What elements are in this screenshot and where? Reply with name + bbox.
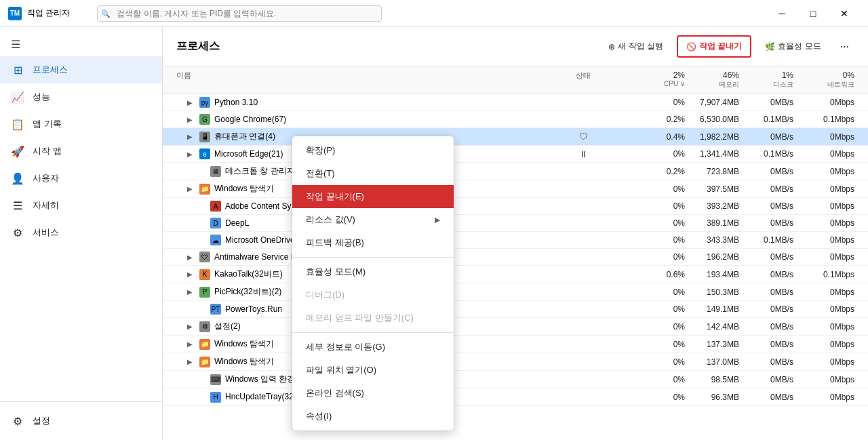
process-memory: 150.3MB [685,287,739,297]
expand-arrow[interactable]: ▶ [187,340,195,348]
process-cpu: 0% [617,340,685,349]
maximize-button[interactable]: □ [797,3,829,24]
table-row[interactable]: ▶ 📱 휴대폰과 연결(4) 🛡 0.4% 1,982.2MB 0MB/s 0M… [163,128,868,146]
process-icon: PT [210,304,221,315]
sidebar-item-settings[interactable]: ⚙ 설정 [0,407,162,435]
process-memory: 193.4MB [685,270,739,279]
hamburger-menu[interactable]: ☰ [0,33,162,56]
sidebar-label-settings: 설정 [33,415,50,427]
sidebar-item-startup[interactable]: 🚀 시작 앱 [0,138,162,165]
process-memory: 149.1MB [685,304,739,314]
close-button[interactable]: ✕ [829,3,860,24]
table-row[interactable]: ▶ 📁 Windows 탐색기 0% 397.5MB 0MB/s 0Mbps [163,180,868,198]
process-name: 🖥 데스크톱 창 관리자 [176,165,549,177]
efficiency-mode-button[interactable]: 🌿 효율성 모드 [757,37,829,56]
process-network: 0Mbps [793,132,854,142]
more-options-button[interactable]: ··· [835,38,854,56]
new-task-button[interactable]: ⊕ 새 작업 실행 [600,37,671,56]
process-network: 0Mbps [793,393,854,402]
process-label: KakaoTalk(32비트) [214,268,283,280]
process-cpu: 0% [617,287,685,297]
expand-arrow[interactable]: ▶ [187,254,195,261]
settings-icon: ⚙ [11,414,24,428]
sidebar-item-processes[interactable]: ⊞ 프로세스 [0,56,162,83]
performance-icon: 📈 [11,90,24,104]
process-label: HncUpdateTray(32비트) [225,391,313,403]
table-row[interactable]: D DeepL 0% 389.1MB 0MB/s 0Mbps [163,215,868,232]
process-icon: D [210,218,221,228]
process-status: ⏸ [549,149,617,159]
table-row[interactable]: ▶ 🛡 Antimalware Service Ex... 0% 196.2MB… [163,249,868,266]
process-name: ▶ e Microsoft Edge(21) [176,148,549,159]
table-row[interactable]: 🖥 데스크톱 창 관리자 0.2% 723.8MB 0MB/s 0Mbps [163,163,868,180]
col-disk[interactable]: 1% 디스크 [739,71,793,89]
sidebar-item-performance[interactable]: 📈 성능 [0,83,162,111]
end-task-label: 작업 끝내기 [699,41,742,52]
table-row[interactable]: ▶ K KakaoTalk(32비트) 0.6% 193.4MB 0MB/s 0… [163,266,868,283]
process-label: Python 3.10 [214,98,258,107]
table-row[interactable]: ▶ G Google Chrome(67) 0.2% 6,530.0MB 0.1… [163,111,868,128]
expand-arrow[interactable]: ▶ [187,271,195,278]
process-name: ▶ 📁 Windows 탐색기 [176,356,549,367]
process-disk: 0MB/s [739,357,793,367]
process-network: 0Mbps [793,252,854,262]
expand-arrow[interactable]: ▶ [187,151,195,158]
process-name: ▶ ⚙ 설정(2) [176,321,549,332]
expand-arrow[interactable]: ▶ [187,99,195,106]
process-icon: G [199,114,210,125]
col-name[interactable]: 이름 [176,71,549,89]
window-controls: ─ □ ✕ [766,3,860,24]
process-disk: 0.1MB/s [739,115,793,124]
app-icon: TM [8,7,22,20]
col-cpu[interactable]: 2% CPU ∨ [617,71,685,89]
expand-arrow[interactable]: ▶ [187,116,195,123]
expand-arrow[interactable]: ▶ [187,185,195,193]
process-icon: K [199,269,210,280]
minimize-button[interactable]: ─ [766,3,797,24]
table-row[interactable]: ▶ 📁 Windows 탐색기 0% 137.3MB 0MB/s 0Mbps [163,336,868,353]
table-row[interactable]: H HncUpdateTray(32비트) 0% 96.3MB 0MB/s 0M… [163,388,868,406]
table-row[interactable]: ⌨ Windows 입력 환경 0% 98.5MB 0MB/s 0Mbps [163,371,868,388]
table-row[interactable]: ☁ Microsoft OneDrive 0% 343.3MB 0.1MB/s … [163,232,868,249]
table-row[interactable]: A Adobe Content Synchr... 0% 393.2MB 0MB… [163,198,868,215]
sidebar-item-details[interactable]: ☰ 자세히 [0,192,162,219]
col-memory[interactable]: 46% 메모리 [685,71,739,89]
sidebar-label-app-history: 앱 기록 [33,118,62,130]
table-row[interactable]: ▶ e Microsoft Edge(21) ⏸ 0% 1,341.4MB 0.… [163,146,868,163]
process-memory: 196.2MB [685,252,739,262]
table-row[interactable]: ▶ py Python 3.10 0% 7,907.4MB 0MB/s 0Mbp… [163,94,868,111]
table-row[interactable]: ▶ 📁 Windows 탐색기 0% 137.0MB 0MB/s 0Mbps [163,353,868,371]
sidebar-bottom: ⚙ 설정 [0,401,162,435]
process-cpu: 0.4% [617,132,685,142]
process-cpu: 0% [617,393,685,402]
expand-arrow[interactable]: ▶ [187,323,195,330]
expand-arrow[interactable]: ▶ [187,288,195,296]
details-icon: ☰ [11,199,24,212]
search-input[interactable] [97,5,382,22]
process-label: 설정(2) [214,321,241,332]
sidebar-item-services[interactable]: ⚙ 서비스 [0,219,162,246]
process-memory: 96.3MB [685,393,739,402]
process-cpu: 0% [617,357,685,367]
process-disk: 0MB/s [739,304,793,314]
table-row[interactable]: PT PowerToys.Run 0% 149.1MB 0MB/s 0Mbps [163,301,868,318]
process-cpu: 0% [617,98,685,107]
col-network[interactable]: 0% 네트워크 [793,71,854,89]
process-cpu: 0.6% [617,270,685,279]
process-rows: ▶ py Python 3.10 0% 7,907.4MB 0MB/s 0Mbp… [163,94,868,406]
expand-arrow[interactable]: ▶ [187,133,195,140]
table-row[interactable]: ▶ P PicPick(32비트)(2) 0% 150.3MB 0MB/s 0M… [163,283,868,301]
end-task-button[interactable]: 🚫 작업 끝내기 [677,35,751,58]
sidebar-item-app-history[interactable]: 📋 앱 기록 [0,111,162,138]
process-network: 0.1Mbps [793,115,854,124]
sidebar-label-details: 자세히 [33,199,59,212]
status-icon: 🛡 [579,132,588,142]
table-row[interactable]: ▶ ⚙ 설정(2) 0% 142.4MB 0MB/s 0Mbps [163,318,868,336]
process-network: 0Mbps [793,201,854,211]
process-icon: P [199,287,210,298]
col-status[interactable]: 상태 [549,71,617,89]
process-status: 🛡 [549,132,617,142]
sidebar-item-users[interactable]: 👤 사용자 [0,165,162,192]
expand-arrow[interactable]: ▶ [187,358,195,365]
process-label: Antimalware Service Ex... [214,252,307,262]
